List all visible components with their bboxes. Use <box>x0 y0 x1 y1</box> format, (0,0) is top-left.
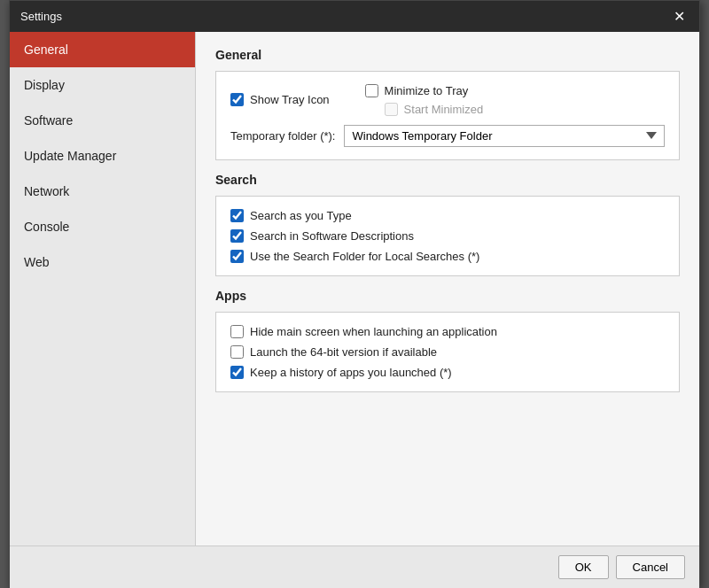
sidebar-item-web[interactable]: Web <box>10 244 195 280</box>
sidebar-item-console[interactable]: Console <box>10 209 195 244</box>
sidebar-item-software[interactable]: Software <box>10 103 195 138</box>
cancel-button[interactable]: Cancel <box>616 555 685 579</box>
minimize-to-tray-label[interactable]: Minimize to Tray <box>365 84 484 97</box>
general-section-box: Show Tray Icon Minimize to Tray Start Mi… <box>215 71 680 160</box>
search-as-you-type-label[interactable]: Search as you Type <box>230 209 352 222</box>
sidebar-item-display[interactable]: Display <box>10 67 195 103</box>
use-search-folder-checkbox[interactable] <box>230 250 244 263</box>
title-bar: Settings ✕ <box>10 1 699 32</box>
search-as-you-type-checkbox[interactable] <box>230 209 244 222</box>
sidebar-item-general[interactable]: General <box>10 32 195 67</box>
use-search-folder-label[interactable]: Use the Search Folder for Local Searches… <box>230 250 479 263</box>
sidebar-item-network[interactable]: Network <box>10 174 195 209</box>
sidebar: General Display Software Update Manager … <box>10 32 196 545</box>
launch-64bit-label[interactable]: Launch the 64-bit version if available <box>230 345 437 359</box>
sidebar-item-update-manager[interactable]: Update Manager <box>10 138 195 174</box>
keep-history-label[interactable]: Keep a history of apps you launched (*) <box>230 366 452 379</box>
window-title: Settings <box>20 10 62 23</box>
search-in-descriptions-checkbox[interactable] <box>230 229 244 243</box>
apps-section-title: Apps <box>215 289 680 303</box>
minimize-to-tray-checkbox[interactable] <box>365 84 378 97</box>
ok-button[interactable]: OK <box>558 555 609 579</box>
search-in-descriptions-label[interactable]: Search in Software Descriptions <box>230 229 414 243</box>
apps-section-box: Hide main screen when launching an appli… <box>215 312 680 392</box>
main-content: General Show Tray Icon Minimize to Tray <box>196 32 699 545</box>
hide-main-screen-label[interactable]: Hide main screen when launching an appli… <box>230 325 497 338</box>
settings-window: Settings ✕ General Display Software Upda… <box>9 0 700 588</box>
footer: OK Cancel <box>10 545 699 588</box>
temp-folder-select[interactable]: Windows Temporary Folder <box>344 125 665 147</box>
general-section-title: General <box>215 48 680 62</box>
search-section-title: Search <box>215 173 680 187</box>
search-section-box: Search as you Type Search in Software De… <box>215 196 680 276</box>
start-minimized-label[interactable]: Start Minimized <box>365 103 484 116</box>
keep-history-checkbox[interactable] <box>230 366 244 379</box>
show-tray-icon-label[interactable]: Show Tray Icon <box>230 84 330 116</box>
show-tray-icon-checkbox[interactable] <box>230 93 244 106</box>
launch-64bit-checkbox[interactable] <box>230 345 244 359</box>
temp-folder-label: Temporary folder (*): <box>230 129 335 143</box>
close-button[interactable]: ✕ <box>670 8 689 25</box>
hide-main-screen-checkbox[interactable] <box>230 325 244 338</box>
start-minimized-checkbox <box>385 103 398 116</box>
